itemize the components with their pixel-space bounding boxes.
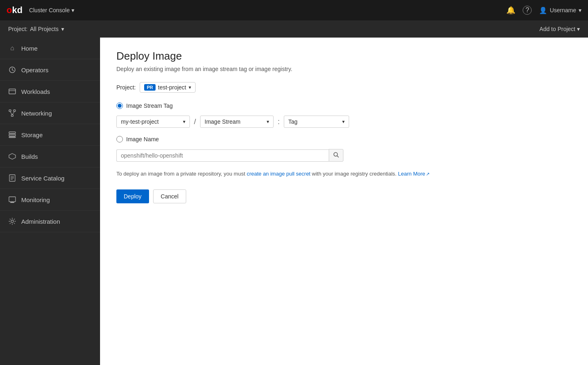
image-name-input[interactable] [116,149,329,162]
image-stream-tag-option[interactable]: Image Stream Tag [116,102,572,109]
user-menu-button[interactable]: 👤 Username ▾ [539,7,581,14]
workloads-icon [8,87,16,96]
notifications-icon[interactable]: 🔔 [506,6,515,15]
page-subtitle: Deploy an existing image from an image s… [116,66,572,72]
project-name-value: test-project [158,84,186,91]
user-icon: 👤 [539,7,547,14]
cluster-console-label: Cluster Console [29,7,70,13]
learn-more-label: Learn More [398,171,425,177]
logo: okd [7,5,22,16]
page-title: Deploy Image [116,50,572,62]
sidebar-item-builds[interactable]: Builds [0,146,100,167]
deploy-button[interactable]: Deploy [116,189,149,203]
tag-chevron: ▾ [342,119,345,125]
sidebar-item-service-catalog[interactable]: Service Catalog [0,167,100,189]
notice-before: To deploy an image from a private reposi… [116,171,247,177]
sidebar-label-monitoring: Monitoring [21,196,50,203]
layout: ⌂ Home Operators Workloads Networking [0,38,588,365]
svg-rect-4 [13,110,16,111]
project-dropdown[interactable]: PR test-project ▾ [140,82,196,93]
sidebar-item-storage[interactable]: Storage [0,124,100,146]
sidebar-label-operators: Operators [21,67,49,73]
sidebar-label-home: Home [21,45,38,52]
administration-icon [8,217,16,225]
create-pull-secret-link[interactable]: create an image pull secret [247,171,310,177]
service-catalog-icon [8,174,16,182]
username-chevron: ▾ [579,7,581,13]
tag-value: Tag [288,118,298,125]
svg-line-7 [12,111,15,115]
main-content: Deploy Image Deploy an existing image fr… [100,38,588,365]
namespace-value: my-test-project [121,118,159,125]
top-nav: okd Cluster Console ▾ 🔔 ? 👤 Username ▾ [0,0,588,20]
namespace-dropdown[interactable]: my-test-project ▾ [116,116,190,128]
sidebar-item-networking[interactable]: Networking [0,102,100,124]
sidebar-item-administration[interactable]: Administration [0,211,100,232]
sidebar-item-operators[interactable]: Operators [0,59,100,81]
cluster-console-button[interactable]: Cluster Console ▾ [29,7,74,13]
project-field-label: Project: [116,84,136,91]
dropdown-row: my-test-project ▾ / Image Stream ▾ : Tag… [116,116,572,128]
sidebar-label-administration: Administration [21,218,60,225]
sidebar-label-builds: Builds [21,153,38,160]
image-name-radio[interactable] [116,136,123,142]
cluster-console-chevron: ▾ [71,7,74,13]
notice-mid: with your image registry credentials. [310,171,398,177]
sidebar: ⌂ Home Operators Workloads Networking [0,38,100,365]
sidebar-item-workloads[interactable]: Workloads [0,81,100,102]
svg-rect-3 [9,110,11,111]
svg-line-6 [10,111,13,115]
svg-rect-1 [9,89,16,94]
home-icon: ⌂ [8,44,16,52]
sidebar-label-service-catalog: Service Catalog [21,175,65,182]
search-icon [333,152,339,158]
monitoring-icon [8,196,16,204]
help-icon[interactable]: ? [523,6,532,15]
svg-rect-9 [9,134,16,136]
project-badge: PR [144,84,155,91]
svg-point-19 [11,220,13,223]
project-name: All Projects [30,26,58,32]
sidebar-label-workloads: Workloads [21,88,50,95]
image-stream-tag-radio[interactable] [116,102,123,109]
image-stream-dropdown[interactable]: Image Stream ▾ [200,116,274,128]
svg-rect-16 [9,197,16,202]
add-to-project-button[interactable]: Add to Project ▾ [539,26,580,32]
notice-text: To deploy an image from a private reposi… [116,170,572,178]
image-stream-tag-label: Image Stream Tag [126,102,173,109]
action-buttons: Deploy Cancel [116,189,572,203]
username-label: Username [550,7,576,13]
add-to-project-label: Add to Project [539,26,575,32]
sidebar-label-networking: Networking [21,110,52,117]
image-stream-value: Image Stream [205,118,241,125]
project-dropdown-chevron: ▾ [189,85,191,90]
storage-icon [8,131,16,139]
project-label: Project: [8,26,27,32]
sidebar-item-home[interactable]: ⌂ Home [0,38,100,59]
external-link-icon: ↗ [426,171,430,176]
builds-icon [8,152,16,160]
tag-dropdown[interactable]: Tag ▾ [284,116,349,128]
image-name-label: Image Name [126,136,159,142]
stream-tag-colon: : [274,118,284,126]
image-stream-chevron: ▾ [267,119,269,125]
image-name-input-row [116,149,572,162]
svg-rect-8 [9,132,16,134]
sidebar-label-storage: Storage [21,131,43,138]
cancel-button[interactable]: Cancel [153,189,187,203]
image-search-button[interactable] [329,149,343,162]
svg-marker-11 [9,154,16,159]
add-to-project-chevron: ▾ [577,26,580,32]
project-selector[interactable]: Project: All Projects ▾ [8,26,64,32]
namespace-chevron: ▾ [183,119,185,125]
image-name-option[interactable]: Image Name [116,136,572,142]
sub-nav: Project: All Projects ▾ Add to Project ▾ [0,20,588,38]
radio-group: Image Stream Tag my-test-project ▾ / Ima… [116,102,572,162]
project-chevron: ▾ [61,26,64,32]
logo-text: okd [7,5,22,16]
learn-more-link[interactable]: Learn More↗ [398,171,430,177]
sidebar-item-monitoring[interactable]: Monitoring [0,189,100,211]
networking-icon [8,109,16,117]
namespace-separator: / [190,118,200,126]
operators-icon [8,66,16,74]
